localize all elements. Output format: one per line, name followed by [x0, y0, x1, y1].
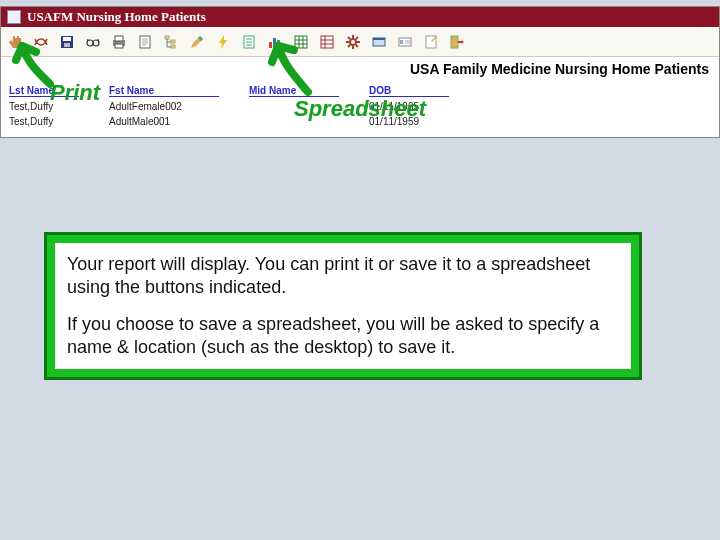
- glasses-icon[interactable]: [83, 32, 103, 52]
- xl-icon[interactable]: [317, 32, 337, 52]
- svg-rect-24: [451, 36, 458, 48]
- svg-rect-10: [171, 40, 175, 43]
- cell-first: AdultFemale002: [109, 101, 219, 112]
- spreadsheet-icon[interactable]: [291, 32, 311, 52]
- svg-rect-14: [273, 38, 276, 48]
- page-icon[interactable]: [135, 32, 155, 52]
- toolbar: [1, 27, 719, 57]
- window-title: USAFM Nursing Home Patients: [27, 9, 206, 25]
- cell-first: AdultMale001: [109, 116, 219, 127]
- print-icon[interactable]: [109, 32, 129, 52]
- gear-icon[interactable]: [343, 32, 363, 52]
- titlebar: USAFM Nursing Home Patients: [1, 7, 719, 27]
- svg-rect-16: [295, 36, 307, 48]
- cell-last: Test,Duffy: [9, 116, 79, 127]
- hand-icon[interactable]: [5, 32, 25, 52]
- svg-rect-17: [321, 36, 333, 48]
- barchart-icon[interactable]: [265, 32, 285, 52]
- bolt-icon[interactable]: [213, 32, 233, 52]
- view-icon[interactable]: [369, 32, 389, 52]
- svg-rect-22: [400, 40, 403, 44]
- instruction-panel: Your report will display. You can print …: [44, 232, 642, 380]
- note-icon[interactable]: [421, 32, 441, 52]
- svg-rect-2: [64, 43, 70, 47]
- tree-icon[interactable]: [161, 32, 181, 52]
- instruction-text: Your report will display. You can print …: [55, 243, 631, 369]
- svg-rect-8: [140, 36, 150, 48]
- svg-point-18: [350, 39, 356, 45]
- instruction-p2: If you choose to save a spreadsheet, you…: [67, 313, 619, 359]
- svg-rect-6: [115, 36, 123, 41]
- instruction-p1: Your report will display. You can print …: [67, 253, 619, 299]
- svg-rect-7: [115, 44, 123, 48]
- svg-rect-9: [165, 36, 169, 39]
- svg-point-3: [87, 40, 93, 46]
- svg-point-4: [93, 40, 99, 46]
- pencil-icon[interactable]: [187, 32, 207, 52]
- sheet-icon[interactable]: [239, 32, 259, 52]
- toggle-icon[interactable]: [31, 32, 51, 52]
- window-icon: [7, 10, 21, 24]
- save-icon[interactable]: [57, 32, 77, 52]
- exit-icon[interactable]: [447, 32, 467, 52]
- svg-rect-1: [63, 37, 71, 41]
- svg-rect-13: [269, 42, 272, 48]
- report-title: USA Family Medicine Nursing Home Patient…: [1, 57, 719, 79]
- id-icon[interactable]: [395, 32, 415, 52]
- callout-print: Print: [50, 80, 100, 106]
- svg-rect-20: [373, 38, 385, 40]
- col-first[interactable]: Fst Name: [109, 85, 219, 97]
- callout-spreadsheet: Spreadsheet: [294, 96, 426, 122]
- svg-rect-11: [171, 45, 175, 48]
- svg-rect-15: [277, 40, 280, 48]
